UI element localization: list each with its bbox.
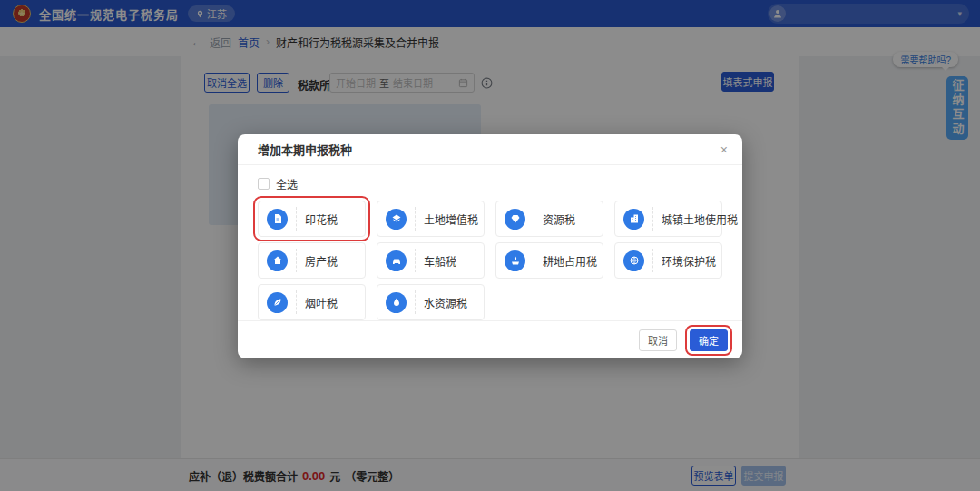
add-tax-type-modal: 增加本期申报税种 × 全选 印花税 土地增值税 [238,134,742,358]
tobacco-leaf-tax-icon [267,292,288,313]
card-divider [534,207,534,231]
tax-type-grid: 印花税 土地增值税 资源税 城镇土地使用税 [258,201,722,320]
tax-type-card-urban-land-use-tax[interactable]: 城镇土地使用税 [614,201,722,237]
modal-header: 增加本期申报税种 × [238,134,742,165]
environmental-protection-tax-icon [623,250,644,271]
select-all-checkbox[interactable] [258,178,270,190]
modal-cancel-button[interactable]: 取消 [639,329,677,351]
tax-type-card-stamp-tax[interactable]: 印花税 [258,201,366,237]
close-icon[interactable]: × [720,143,728,156]
water-resource-tax-icon [386,292,407,313]
card-divider [652,207,653,231]
stamp-tax-icon [267,209,288,230]
select-all-row: 全选 [258,176,722,191]
modal-title: 增加本期申报税种 [258,141,352,158]
card-divider [296,207,297,231]
card-divider [296,290,297,314]
urban-land-use-tax-icon [623,209,644,230]
farmland-occupation-tax-icon [505,250,525,271]
resource-tax-icon [505,209,525,230]
card-divider [534,249,534,272]
tax-type-card-environmental-protection-tax[interactable]: 环境保护税 [614,242,722,279]
modal-body: 全选 印花税 土地增值税 资源税 [238,165,742,320]
tax-type-card-property-tax[interactable]: 房产税 [258,242,366,279]
modal-confirm-button[interactable]: 确定 [690,329,728,351]
tax-type-card-land-vat[interactable]: 土地增值税 [377,201,485,237]
property-tax-icon [267,250,288,271]
card-divider [652,249,653,272]
screen: ★ 全国统一规范电子税务局 江苏 ▾ ← 返回 首页 › 财产和行为税税源采集及… [0,0,980,491]
tax-type-card-water-resource-tax[interactable]: 水资源税 [377,284,485,320]
vehicle-vessel-tax-icon [386,250,407,271]
card-divider [415,207,416,231]
tax-type-card-resource-tax[interactable]: 资源税 [495,201,603,237]
modal-footer: 取消 确定 [238,320,742,358]
tax-type-card-tobacco-leaf-tax[interactable]: 烟叶税 [258,284,366,320]
select-all-label: 全选 [276,176,298,191]
tax-type-card-farmland-occupation-tax[interactable]: 耕地占用税 [495,242,603,279]
card-divider [296,249,297,272]
card-divider [415,290,416,314]
land-vat-icon [386,209,407,230]
tax-type-card-vehicle-vessel-tax[interactable]: 车船税 [377,242,485,279]
card-divider [415,249,416,272]
